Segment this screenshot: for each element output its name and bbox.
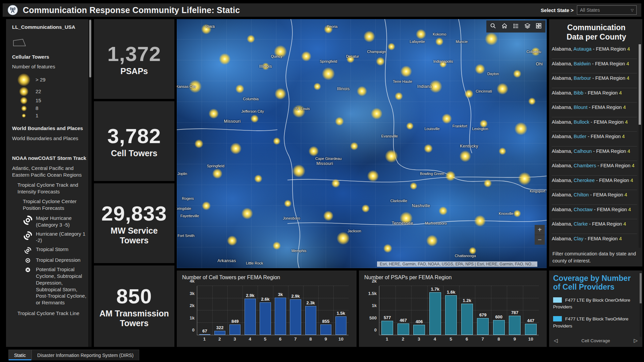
county-list-item[interactable]: Alabama, Baldwin - FEMA Region 4: [552, 59, 637, 74]
chart-bar[interactable]: [509, 316, 521, 335]
county-fema-text: - FEMA Region: [593, 207, 628, 212]
y-axis-tick-label: 1.5k: [368, 291, 377, 296]
sidebar-scrollbar[interactable]: [89, 19, 92, 347]
chart-bar[interactable]: [260, 302, 271, 335]
cell-towers-chart-panel: Number of Cell Towers per FEMA Region01k…: [177, 270, 357, 347]
zoom-out-button[interactable]: −: [535, 235, 545, 245]
county-state: Alabama,: [552, 207, 574, 212]
layers-icon: [524, 23, 531, 31]
county-list-item[interactable]: Alabama, Autauga - FEMA Region 4: [552, 44, 637, 59]
chart-bars: 5774674061.7k1.6k1.2k679600787447: [379, 286, 539, 335]
state-dropdown[interactable]: All States ▽: [577, 5, 637, 15]
chart-bar[interactable]: [290, 299, 301, 335]
chart-bar[interactable]: [445, 295, 457, 335]
chart-bar[interactable]: [305, 306, 316, 335]
pager-right-icon[interactable]: ▷: [634, 338, 638, 344]
chart-bar[interactable]: [199, 334, 210, 335]
chart-bar[interactable]: [335, 316, 346, 335]
basemap-grid-button[interactable]: [533, 21, 544, 32]
hurricane-major-icon: [23, 215, 33, 225]
stat-card-am-transmission-towers: 850AM Transmission Towers: [94, 265, 174, 347]
stat-card-psaps: 1,372PSAPs: [94, 19, 174, 99]
zoom-in-button[interactable]: +: [535, 225, 545, 235]
county-list-item[interactable]: Alabama, Chambers - FEMA Region 4: [552, 161, 637, 176]
chart-bar[interactable]: [397, 323, 409, 335]
tab-disaster-information-reporting[interactable]: Disaster Information Reporting System (D…: [32, 350, 139, 360]
x-axis-tick-label: 9: [318, 337, 333, 342]
legend-dot-label: 8: [36, 105, 38, 112]
chart-title: Number of PSAPs per FEMA Region: [364, 275, 541, 281]
chart-bar[interactable]: [493, 320, 505, 335]
tab-static[interactable]: Static: [8, 350, 32, 360]
county-list-item[interactable]: Alabama, Cherokee - FEMA Region 4: [552, 176, 637, 190]
stat-label: Cell Towers: [108, 148, 161, 158]
chart-bar[interactable]: [320, 324, 331, 335]
county-name: Chambers: [574, 163, 596, 168]
county-name: Baldwin: [574, 61, 591, 66]
chart-bar[interactable]: [477, 318, 489, 335]
county-list-scrollbar[interactable]: [639, 44, 641, 248]
legend-storm-label: Potential Tropical Cyclone, Subtropical …: [36, 266, 87, 306]
legend-world-boundaries-sub: World Boundaries and Places: [12, 135, 87, 142]
chart-bar[interactable]: [381, 321, 393, 335]
stat-label: AM Transmission Towers: [94, 309, 174, 328]
chart-bar[interactable]: [229, 324, 240, 335]
hurricane-icon: [23, 231, 33, 240]
county-list-item[interactable]: Alabama, Choctaw - FEMA Region 4: [552, 205, 637, 220]
chart-bar[interactable]: [214, 331, 225, 335]
legend-dot-label: 1: [36, 112, 38, 119]
county-list-item[interactable]: Alabama, Clarke - FEMA Region 4: [552, 219, 637, 234]
search-button[interactable]: [488, 21, 498, 32]
legend-list-button[interactable]: [511, 21, 521, 32]
map-attribution: Esri, HERE, Garmin, FAO, NOAA, USGS, EPA…: [377, 261, 537, 267]
legend-position-group: Tropical Cyclone Center Position Forecas…: [23, 198, 87, 212]
chart-bar[interactable]: [245, 299, 256, 335]
chart-bar[interactable]: [461, 304, 473, 335]
bar-value-label: 1.6k: [447, 290, 455, 295]
chart-x-axis: 12345678910: [197, 337, 348, 342]
psaps-chart-panel: Number of PSAPs per FEMA Region05001k1.5…: [359, 270, 547, 347]
pager-left-icon[interactable]: ◁: [554, 338, 558, 344]
map-canvas[interactable]: IowaPeoriaKokomoLafayetteMuncieChampaign…: [177, 19, 547, 268]
layers-button[interactable]: [522, 21, 533, 32]
chart-bar[interactable]: [429, 292, 441, 335]
legend-storm-track-sub: Atlantic, Central Pacific and Eastern Pa…: [12, 165, 87, 178]
county-list-item[interactable]: Alabama, Calhoun - FEMA Region 4: [552, 146, 637, 161]
map-toolbar: [486, 20, 545, 33]
chart-plot: 01k2k3k4k673228492.9k2.6k3k2.9k2.3k8551.…: [197, 286, 348, 335]
fema-region-number: 4: [619, 236, 622, 241]
county-list-item[interactable]: Alabama, Clay - FEMA Region 4: [552, 234, 637, 248]
legend-dot-scale: > 29221581: [12, 73, 87, 119]
county-list-item[interactable]: Alabama, Bibb - FEMA Region 4: [552, 88, 637, 103]
chart-bar[interactable]: [275, 298, 286, 335]
chart-bar[interactable]: [413, 325, 425, 335]
tower-size-icon: [22, 114, 26, 118]
county-list-item[interactable]: Alabama, Blount - FEMA Region 4: [552, 103, 637, 117]
bar-value-label: 2.9k: [246, 293, 254, 298]
state-dropdown-value: All States: [580, 7, 600, 13]
chart-bar-slot: 2.9k: [243, 286, 258, 335]
legend-dot-label: 15: [36, 97, 41, 104]
county-list-item[interactable]: Alabama, Barbour - FEMA Region 4: [552, 73, 637, 88]
x-axis-tick-label: 4: [427, 337, 443, 342]
county-list-item[interactable]: Alabama, Chilton - FEMA Region 4: [552, 190, 637, 205]
county-fema-text: - FEMA Region: [583, 236, 619, 241]
coverage-scrollbar[interactable]: [640, 273, 642, 337]
county-name: Choctaw: [574, 207, 592, 212]
legend-sidebar: LL_Communications_USA Cellular Towers Nu…: [6, 19, 89, 347]
coverage-legend-label: F477 LTE By Block OnerOrMore Providers: [553, 298, 630, 309]
y-axis-tick-label: 2k: [372, 279, 377, 284]
legend-storm-item: Tropical Depression: [23, 257, 87, 264]
chart-x-axis: 12345678910: [379, 337, 539, 342]
chart-bar[interactable]: [525, 324, 537, 335]
x-axis-tick-label: 6: [459, 337, 475, 342]
chart-bar-slot: 1.5k: [333, 286, 348, 335]
home-button[interactable]: [499, 21, 510, 32]
basemap-grid-icon: [536, 23, 542, 30]
county-list-item[interactable]: Alabama, Butler - FEMA Region 4: [552, 132, 637, 146]
county-list-item[interactable]: Alabama, Bullock - FEMA Region 4: [552, 117, 637, 132]
county-fema-text: - FEMA Region: [596, 163, 632, 168]
stat-label: PSAPs: [117, 66, 151, 76]
coverage-legend-item: F477 LTE By Block OnerOrMore Providers: [553, 297, 638, 311]
bar-value-label: 67: [202, 328, 207, 334]
